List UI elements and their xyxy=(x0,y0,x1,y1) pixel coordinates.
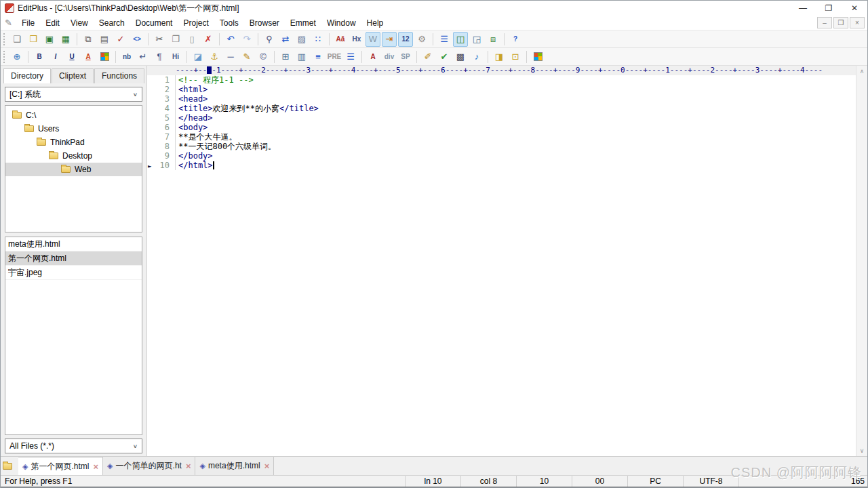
paste-icon[interactable]: ▯ xyxy=(184,32,199,47)
code-line[interactable]: 4<title>欢迎来到**的小窝</title> xyxy=(147,104,867,113)
form-controls-icon[interactable]: ⊡ xyxy=(508,49,523,64)
find-icon[interactable]: ⚲ xyxy=(262,32,277,47)
text-document-icon[interactable]: A xyxy=(366,49,380,64)
code-line[interactable]: 1<!-- 程序1-1 --> xyxy=(147,75,867,85)
browser-window-icon[interactable]: ◲ xyxy=(469,32,484,47)
anchor-tag-icon[interactable]: ⚓ xyxy=(207,49,222,64)
font-color-icon[interactable]: A xyxy=(81,49,96,64)
print-icon[interactable]: ▤ xyxy=(97,32,112,47)
hex-view-icon[interactable]: Hx xyxy=(349,32,364,47)
menu-search[interactable]: Search xyxy=(94,17,130,29)
file-filter-select[interactable]: All Files (*.*) ∨ xyxy=(5,439,142,453)
tab-close-icon[interactable]: × xyxy=(93,462,98,472)
toolbar-grip[interactable] xyxy=(3,33,6,45)
file-list-item[interactable]: 第一个网页.html xyxy=(5,251,142,266)
menu-project[interactable]: Project xyxy=(178,17,214,29)
new-file-icon[interactable]: ❑ xyxy=(9,32,24,47)
tab-close-icon[interactable]: × xyxy=(186,461,191,471)
line-break-icon[interactable]: ↵ xyxy=(136,49,151,64)
italic-icon[interactable]: I xyxy=(48,49,63,64)
char-width-icon[interactable]: Aā xyxy=(333,32,348,47)
menu-edit[interactable]: Edit xyxy=(40,17,65,29)
display-colors-icon[interactable] xyxy=(530,49,545,64)
quick-edit-icon[interactable]: ✐ xyxy=(420,49,435,64)
file-list-item[interactable]: 宇宙.jpeg xyxy=(5,266,142,280)
scroll-up-icon[interactable]: ∧ xyxy=(860,66,865,77)
center-align-icon[interactable]: ≡ xyxy=(311,49,326,64)
copyright-icon[interactable]: © xyxy=(256,49,271,64)
tree-item[interactable]: Users xyxy=(5,122,142,136)
file-list-item[interactable]: meta使用.html xyxy=(5,237,142,251)
audio-note-icon[interactable]: ♪ xyxy=(469,49,484,64)
tree-item[interactable]: Desktop xyxy=(5,149,142,163)
code-line[interactable]: 2<html> xyxy=(147,85,867,94)
code-line[interactable]: 7**是个大牛逼。 xyxy=(147,132,867,142)
new-window-icon[interactable]: ⧈ xyxy=(486,32,500,47)
menu-browser[interactable]: Browser xyxy=(244,17,285,29)
menu-file[interactable]: File xyxy=(16,17,40,29)
save-all-icon[interactable]: ▦ xyxy=(58,32,73,47)
editor-pane[interactable]: ----+---1----+----2----+----3----+----4-… xyxy=(147,66,867,456)
tree-item[interactable]: C:\ xyxy=(5,108,142,122)
menu-emmet[interactable]: Emmet xyxy=(285,17,321,29)
copy-icon[interactable]: ❐ xyxy=(168,32,183,47)
menu-tools[interactable]: Tools xyxy=(214,17,244,29)
drive-select[interactable]: [C:] 系统 ∨ xyxy=(5,87,142,102)
restore-button[interactable]: ❐ xyxy=(816,1,842,16)
cliptext-window-icon[interactable]: ☰ xyxy=(437,32,452,47)
spell-check-icon[interactable]: ✓ xyxy=(113,32,128,47)
hr-rule-icon[interactable]: ─ xyxy=(223,49,238,64)
cut-icon[interactable]: ✂ xyxy=(152,32,167,47)
code-line[interactable]: 9</body> xyxy=(147,151,867,161)
context-help-icon[interactable]: ? xyxy=(508,32,523,47)
menu-view[interactable]: View xyxy=(65,17,94,29)
tree-item[interactable]: ThinkPad xyxy=(5,136,142,149)
redo-icon[interactable]: ↷ xyxy=(239,32,254,47)
word-wrap-icon[interactable]: W xyxy=(366,32,380,47)
code-line[interactable]: 3<head> xyxy=(147,94,867,104)
menu-window[interactable]: Window xyxy=(321,17,361,29)
list-tag-icon[interactable]: ☰ xyxy=(343,49,358,64)
bookmark-list-icon[interactable]: ∷ xyxy=(311,32,326,47)
color-palette-icon[interactable] xyxy=(97,49,112,64)
vertical-scrollbar[interactable]: ∧ ∨ xyxy=(856,66,867,456)
tree-item[interactable]: Web xyxy=(5,163,142,176)
code-line[interactable]: 6<body> xyxy=(147,123,867,132)
pre-tag-icon[interactable]: PRE xyxy=(327,49,342,64)
syntax-check-icon[interactable]: ✔ xyxy=(437,49,452,64)
mdi-restore-button[interactable]: ❐ xyxy=(833,17,848,28)
paragraph-icon[interactable]: ¶ xyxy=(152,49,167,64)
media-film-icon[interactable]: ▩ xyxy=(453,49,468,64)
tab-bar-folder-icon[interactable] xyxy=(1,457,18,475)
mdi-close-button[interactable]: × xyxy=(850,17,865,28)
code-line[interactable]: ►10</html> xyxy=(147,161,867,170)
nonbreaking-space-icon[interactable]: nb xyxy=(119,49,134,64)
undo-icon[interactable]: ↶ xyxy=(223,32,238,47)
preferences-gear-icon[interactable]: ⚙ xyxy=(414,32,429,47)
code-area[interactable]: 1<!-- 程序1-1 -->2<html>3<head>4<title>欢迎来… xyxy=(147,75,867,170)
code-view-icon[interactable]: <> xyxy=(130,32,144,47)
mdi-minimize-button[interactable]: – xyxy=(817,17,832,28)
line-numbers-icon[interactable]: 12 xyxy=(398,32,413,47)
div-tag-icon[interactable]: div xyxy=(382,49,397,64)
edit-source-icon[interactable]: ✎ xyxy=(239,49,254,64)
code-line[interactable]: 5</head> xyxy=(147,113,867,123)
table-tag-icon[interactable]: ⊞ xyxy=(278,49,293,64)
span-tag-icon[interactable]: SP xyxy=(398,49,413,64)
form-elements-icon[interactable]: ◨ xyxy=(492,49,507,64)
menu-help[interactable]: Help xyxy=(361,17,389,29)
underline-icon[interactable]: U xyxy=(64,49,79,64)
toolbar-grip-2[interactable] xyxy=(3,51,6,63)
replace-icon[interactable]: ⇄ xyxy=(278,32,293,47)
tab-close-icon[interactable]: × xyxy=(264,461,270,471)
open-folder-icon[interactable]: ❒ xyxy=(26,32,41,47)
sidebar-tab-cliptext[interactable]: Cliptext xyxy=(52,68,94,83)
print-preview-icon[interactable]: ⧉ xyxy=(81,32,96,47)
bold-icon[interactable]: B xyxy=(32,49,47,64)
indent-guide-icon[interactable]: ⇥ xyxy=(382,32,397,47)
sidebar-tab-functions[interactable]: Functions xyxy=(94,68,144,83)
find-in-files-icon[interactable]: ▨ xyxy=(294,32,309,47)
table-cell-icon[interactable]: ▥ xyxy=(294,49,309,64)
code-line[interactable]: 8**一天记800个六级单词。 xyxy=(147,142,867,151)
browser-preview-icon[interactable]: ⊕ xyxy=(9,49,24,64)
